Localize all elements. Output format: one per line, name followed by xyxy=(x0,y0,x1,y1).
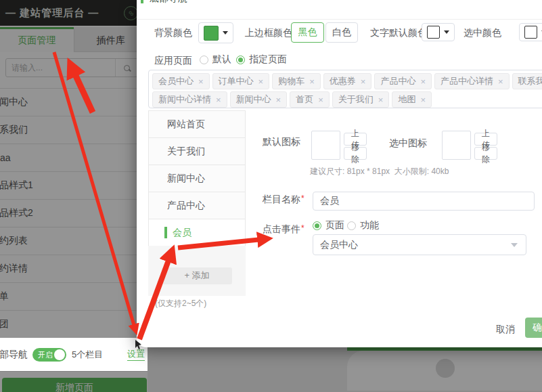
toggle-knob xyxy=(54,349,65,360)
radio-event-function[interactable]: 功能 xyxy=(347,219,379,232)
chevron-down-icon xyxy=(444,30,449,34)
selected-accent-bar xyxy=(164,227,167,238)
bg-color-label: 背景颜色 xyxy=(154,27,192,39)
selected-icon-box[interactable] xyxy=(442,131,471,160)
applied-pages-tags: 会员中心×订单中心×购物车×优惠券×产品中心×产品中心详情×联系我们×新闻中心详… xyxy=(148,70,542,108)
modal-nav-item[interactable]: 关于我们 xyxy=(149,138,245,165)
apply-page-label: 应用页面 xyxy=(154,55,192,67)
radio-specified[interactable]: 指定页面 xyxy=(236,53,287,66)
modal-nav-item[interactable]: 网站首页 xyxy=(149,111,245,138)
size-hint: 建议尺寸: 81px * 81px 大小限制: 40kb xyxy=(310,166,449,177)
page-tag-label: 新闻中心详情 xyxy=(158,93,211,106)
selected-color-label: 选中颜色 xyxy=(464,27,501,39)
page-tag: 订单中心× xyxy=(212,73,270,89)
page-tag: 地图× xyxy=(392,91,432,108)
chevron-down-icon xyxy=(511,243,518,247)
default-icon-remove-button[interactable]: 移除 xyxy=(344,147,367,160)
page-tag: 会员中心× xyxy=(152,73,210,89)
page-tag-label: 优惠券 xyxy=(330,75,356,87)
event-target-select[interactable]: 会员中心 xyxy=(313,234,526,255)
selected-icon-remove-button[interactable]: 移除 xyxy=(474,147,497,160)
selected-color-picker[interactable] xyxy=(519,23,542,41)
border-black-button[interactable]: 黑色 xyxy=(291,22,324,43)
close-icon[interactable]: × xyxy=(276,95,281,104)
chevron-down-icon xyxy=(223,31,228,35)
radio-icon xyxy=(313,221,321,230)
click-event-label: 点击事件 xyxy=(263,223,304,236)
page: — 建站管理后台 — ∞ 页面管理 插件库 新闻中心联系我们aa产品样式1产品样… xyxy=(0,0,542,392)
page-tag-label: 产品中心 xyxy=(380,75,415,87)
close-icon[interactable]: × xyxy=(309,77,315,86)
radio-icon xyxy=(236,56,245,64)
radio-icon xyxy=(200,56,208,64)
close-icon[interactable]: × xyxy=(361,77,366,86)
confirm-button[interactable]: 确定 xyxy=(525,318,542,338)
page-tag-label: 产品中心详情 xyxy=(441,75,493,87)
bottom-nav-bar: 底部导航 开启 5个栏目 设置 xyxy=(0,338,148,371)
page-tag: 联系我们× xyxy=(512,73,542,89)
bg-color-picker[interactable] xyxy=(198,22,233,43)
default-icon-label: 默认图标 xyxy=(263,136,300,148)
page-tag: 关于我们× xyxy=(332,91,390,108)
toggle-on-label: 开启 xyxy=(38,350,53,360)
page-tag: 产品中心× xyxy=(374,73,432,89)
page-tag: 新闻中心详情× xyxy=(152,91,227,108)
add-column-button[interactable]: + 添加 xyxy=(162,267,232,284)
modal-title: 底部导航 xyxy=(141,0,187,6)
modal-nav-item-label: 会员 xyxy=(173,227,191,239)
settings-link[interactable]: 设置 xyxy=(127,348,145,361)
column-name-input[interactable] xyxy=(313,192,535,211)
page-tag-label: 新闻中心 xyxy=(236,93,271,106)
close-icon[interactable]: × xyxy=(216,95,221,104)
text-color-picker[interactable] xyxy=(422,23,455,41)
divider xyxy=(137,19,542,20)
close-icon[interactable]: × xyxy=(420,77,426,86)
close-icon[interactable]: × xyxy=(318,95,323,104)
page-tag: 优惠券× xyxy=(323,73,372,89)
text-color-swatch xyxy=(427,26,440,39)
page-tag-label: 订单中心 xyxy=(219,75,254,87)
selected-icon-label: 选中图标 xyxy=(389,137,427,150)
radio-default[interactable]: 默认 xyxy=(200,53,231,66)
selected-color-swatch xyxy=(524,26,537,39)
page-tag-label: 地图 xyxy=(398,93,415,106)
modal-nav-item[interactable]: 新闻中心 xyxy=(149,165,245,192)
default-icon-box[interactable] xyxy=(311,131,340,160)
page-tag-label: 会员中心 xyxy=(158,75,194,87)
page-tag: 购物车× xyxy=(272,73,321,89)
bottom-nav-label: 底部导航 xyxy=(0,349,28,361)
close-icon[interactable]: × xyxy=(420,95,426,104)
close-icon[interactable]: × xyxy=(378,95,384,104)
page-tag-label: 关于我们 xyxy=(338,93,374,106)
bottom-nav-toggle[interactable]: 开启 xyxy=(32,348,66,362)
page-tag: 新闻中心× xyxy=(230,91,288,108)
page-tag-label: 购物车 xyxy=(278,75,304,87)
dim-overlay xyxy=(0,371,542,392)
title-accent-bar xyxy=(141,0,143,3)
modal-nav-item-selected[interactable]: 会员 xyxy=(149,219,245,246)
close-icon[interactable]: × xyxy=(498,77,503,86)
bg-color-swatch xyxy=(204,26,219,41)
nav-add-panel: + 添加 xyxy=(148,246,246,296)
page-tag: 产品中心详情× xyxy=(434,73,510,89)
page-tag-label: 首页 xyxy=(296,93,313,106)
modal-nav-item[interactable]: 产品中心 xyxy=(149,192,245,219)
cancel-button[interactable]: 取消 xyxy=(492,323,519,336)
border-color-label: 上边框颜色 xyxy=(245,27,292,39)
limit-hint: (仅支持2~5个) xyxy=(155,298,206,309)
close-icon[interactable]: × xyxy=(198,77,204,86)
modal-nav-list: 网站首页关于我们新闻中心产品中心会员 xyxy=(148,110,246,246)
border-white-button[interactable]: 白色 xyxy=(325,22,358,43)
column-name-label: 栏目名称 xyxy=(263,194,304,206)
page-tag-label: 联系我们 xyxy=(518,75,542,87)
close-icon[interactable]: × xyxy=(258,77,264,86)
text-color-label: 文字默认颜色 xyxy=(370,27,427,39)
radio-event-page[interactable]: 页面 xyxy=(313,219,344,232)
page-tag: 首页× xyxy=(290,91,330,108)
bottom-nav-settings-modal: 底部导航 背景颜色 上边框颜色 黑色 白色 文字默认颜色 选中颜色 应用页面 默… xyxy=(137,0,542,347)
column-count: 5个栏目 xyxy=(72,349,103,361)
radio-icon xyxy=(347,221,356,230)
